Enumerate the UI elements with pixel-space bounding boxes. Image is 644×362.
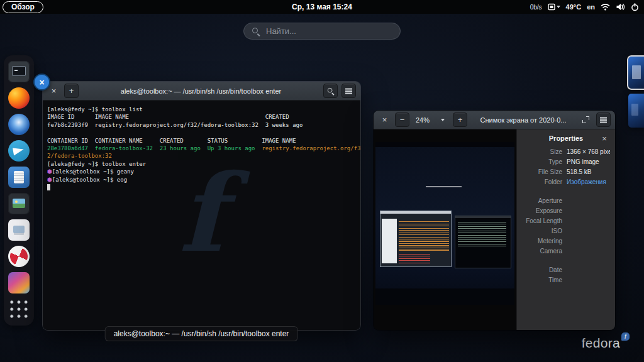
properties-panel: Properties × Size1366 × 768 pixelsTypePN… <box>516 129 615 330</box>
window-close-badge[interactable]: × <box>33 74 50 90</box>
gnome-overview: Обзор Ср, 13 мая 15:24 0b/s 49°C en <box>0 0 644 362</box>
photos-app-icon[interactable] <box>8 272 30 293</box>
terminal-output: [aleks@fedy ~]$ toolbox listIMAGE ID IMA… <box>43 101 360 191</box>
property-label: Type <box>522 158 562 165</box>
keyboard-layout-indicator[interactable]: en <box>587 3 595 11</box>
menu-icon <box>345 90 352 92</box>
net-speed-indicator[interactable]: 0b/s <box>530 4 542 11</box>
firefox-app-icon[interactable] <box>8 87 30 109</box>
fedora-media-writer-app-icon[interactable] <box>8 246 30 267</box>
wifi-indicator[interactable] <box>601 3 610 11</box>
terminal-search-button[interactable] <box>323 84 338 98</box>
text-editor-app-icon[interactable] <box>8 167 30 188</box>
search-icon <box>327 87 334 94</box>
terminal-line: ⬢[aleks@toolbox ~]$ geany <box>47 168 360 175</box>
properties-close-button[interactable]: × <box>599 133 610 144</box>
workspace-thumbnail-1[interactable] <box>628 57 644 89</box>
properties-header: Properties × <box>517 129 615 147</box>
property-label: ISO <box>522 228 562 234</box>
property-row: Date <box>517 265 615 275</box>
zoom-level: 24% <box>413 116 432 124</box>
property-label: Aperture <box>522 197 562 204</box>
property-row: TypePNG image <box>517 157 615 167</box>
dash <box>4 55 34 326</box>
chevron-down-icon <box>557 6 560 8</box>
terminal-line: fe7b8c2393f9 registry.fedoraproject.org/… <box>47 121 360 129</box>
fullscreen-button[interactable] <box>579 113 592 126</box>
terminal-line <box>47 129 360 136</box>
property-row: ISO <box>517 226 615 236</box>
image-content <box>375 142 514 305</box>
preview-editor-messages <box>399 254 430 264</box>
workspace-thumbnail-2[interactable] <box>628 94 644 128</box>
zoom-in-button[interactable]: + <box>453 112 467 127</box>
image-viewer-menu-button[interactable] <box>596 112 611 127</box>
power-indicator[interactable] <box>631 3 639 11</box>
property-row: File Size518.5 kB <box>517 167 615 177</box>
status-area: 0b/s 49°C en <box>530 0 639 14</box>
terminal-line: IMAGE ID IMAGE NAME CREATED <box>47 113 360 121</box>
volume-indicator[interactable] <box>616 3 625 11</box>
new-tab-button[interactable]: + <box>64 84 79 98</box>
image-viewer-window[interactable]: × − 24% + Снимок экрана от 2020-0... <box>374 111 615 330</box>
property-label: Time <box>522 277 562 283</box>
blue-circle-app-app-icon[interactable] <box>8 114 30 135</box>
property-row: Aperture <box>517 196 615 206</box>
zoom-out-button[interactable]: − <box>395 112 409 127</box>
terminal-line <box>47 184 360 191</box>
fullscreen-icon <box>582 116 589 123</box>
media-indicator[interactable] <box>548 3 560 11</box>
search-icon <box>252 27 260 35</box>
preview-editor-code <box>399 221 449 251</box>
preview-topbar <box>375 142 514 147</box>
preview-caption <box>426 186 462 187</box>
preview-window-editor <box>380 211 452 267</box>
property-row: Camera <box>517 246 615 256</box>
search-input[interactable] <box>265 26 392 36</box>
terminal-body: f [aleks@fedy ~]$ toolbox listIMAGE ID I… <box>43 101 360 330</box>
image-viewer-body: Properties × Size1366 × 768 pixelsTypePN… <box>374 129 615 330</box>
terminal-title: aleks@toolbox:~ — /usr/bin/sh /usr/bin/t… <box>82 87 319 95</box>
terminal-line: [aleks@fedy ~]$ toolbox list <box>47 106 360 113</box>
property-label: Focal Length <box>522 217 562 224</box>
top-bar: Обзор Ср, 13 мая 15:24 0b/s 49°C en <box>0 0 644 14</box>
properties-rows: Size1366 × 768 pixelsTypePNG imageFile S… <box>517 147 615 285</box>
show-applications-app-icon[interactable] <box>8 299 30 320</box>
property-label: Camera <box>522 248 562 255</box>
image-viewer-app-icon[interactable] <box>8 193 30 214</box>
property-row: FolderИзображения <box>517 177 615 187</box>
volume-icon <box>616 3 625 11</box>
property-value: 1366 × 768 pixels <box>567 148 610 155</box>
image-viewer-close-button[interactable]: × <box>378 113 391 126</box>
fedora-logo: fedora f <box>582 336 620 351</box>
chevron-down-icon <box>441 119 445 121</box>
property-value: 518.5 kB <box>567 168 610 175</box>
clock[interactable]: Ср, 13 мая 15:24 <box>292 0 352 14</box>
property-label: Exposure <box>522 207 562 214</box>
preview-terminal-text <box>458 222 507 247</box>
terminal-headerbar: × + aleks@toolbox:~ — /usr/bin/sh /usr/b… <box>43 82 360 101</box>
terminal-line: ⬢[aleks@toolbox ~]$ eog <box>47 176 360 184</box>
power-icon <box>631 3 639 11</box>
terminal-line: CONTAINER ID CONTAINER NAME CREATED STAT… <box>47 137 360 145</box>
properties-title: Properties <box>549 134 583 142</box>
activities-button[interactable]: Обзор <box>3 1 43 13</box>
search-bar[interactable] <box>243 23 401 40</box>
folder-link[interactable]: Изображения <box>567 178 610 185</box>
zoom-dropdown-button[interactable] <box>436 113 449 126</box>
preview-window-terminal <box>455 216 511 269</box>
telegram-app-icon[interactable] <box>8 140 30 162</box>
terminal-window[interactable]: × + aleks@toolbox:~ — /usr/bin/sh /usr/b… <box>43 82 360 330</box>
property-label: Metering <box>522 238 562 244</box>
light-tile-app-app-icon[interactable] <box>8 219 30 241</box>
property-label: Size <box>522 148 562 155</box>
terminal-line: 2/fedora-toolbox:32 <box>47 152 360 160</box>
terminal-app-icon[interactable] <box>8 61 30 82</box>
preview-editor-sidebar <box>382 219 397 263</box>
fedora-logo-text: fedora <box>582 336 620 350</box>
terminal-menu-button[interactable] <box>341 84 356 98</box>
property-row: Focal Length <box>517 216 615 226</box>
property-label: File Size <box>522 168 562 175</box>
window-tooltip: aleks@toolbox:~ — /usr/bin/sh /usr/bin/t… <box>105 326 298 341</box>
temperature-indicator[interactable]: 49°C <box>566 3 582 11</box>
